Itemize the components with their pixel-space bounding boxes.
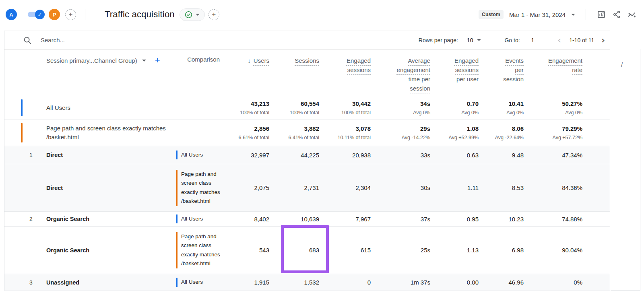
metric-value: 1.08 xyxy=(430,125,479,132)
metric-subvalue: 6.61% of total xyxy=(227,135,269,140)
table-row[interactable]: Organic Search Page path and screen clas… xyxy=(4,227,610,274)
metric-value: 2,856 xyxy=(227,125,269,132)
metric-value: 9.48 xyxy=(479,152,524,159)
chevron-down-icon xyxy=(196,14,200,16)
metric-subvalue: Avg +52.99% xyxy=(430,135,479,140)
pagination-range: 1-10 of 11 xyxy=(569,37,594,43)
row-index: 3 xyxy=(4,279,46,286)
add-report-button[interactable]: + xyxy=(208,9,219,20)
metric-value: 2,304 xyxy=(319,184,371,191)
add-dimension-icon[interactable]: + xyxy=(155,56,160,65)
pagination-controls: Rows per page: 10 Go to: 1 ‹ 1-10 of 11 … xyxy=(419,36,605,45)
metric-value: 25s xyxy=(371,247,430,254)
report-status-pill[interactable] xyxy=(180,8,205,21)
comparison-cell: All Users xyxy=(176,151,223,160)
column-header-events-per-session[interactable]: Events per session xyxy=(479,50,524,84)
metric-subvalue: 6.41% of total xyxy=(269,135,319,140)
customize-report-icon[interactable] xyxy=(597,10,606,19)
column-header-users[interactable]: ↓Users xyxy=(227,50,269,65)
rows-per-page-value[interactable]: 10 xyxy=(467,37,473,43)
goto-page-input[interactable]: 1 xyxy=(531,37,535,43)
toggle-knob-check-icon: ✓ xyxy=(35,10,45,19)
metric-subvalue: Avg +57.72% xyxy=(524,135,582,140)
comparison-cell: Page path and screen class exactly match… xyxy=(176,232,223,268)
dimension-selector[interactable]: Session primary...Channel Group) + xyxy=(4,50,176,65)
table-row[interactable]: 3 Unassigned All Users 1,915 1,532 0 1m … xyxy=(4,274,610,291)
summary-label: Page path and screen class exactly match… xyxy=(46,124,193,142)
search-input[interactable] xyxy=(41,37,210,43)
metric-value: 84.36% xyxy=(524,184,611,191)
chevron-down-icon[interactable] xyxy=(142,60,146,62)
chevron-down-icon[interactable] xyxy=(571,14,575,16)
metric-subvalue: Avg 0% xyxy=(479,110,524,116)
metric-value: 47.34% xyxy=(524,152,611,159)
chevron-down-icon[interactable] xyxy=(477,39,481,41)
metric-value: 1.11 xyxy=(430,184,479,191)
metric-value: 0.63 xyxy=(430,152,479,159)
metric-value: 0 xyxy=(319,279,371,286)
table-row[interactable]: Direct Page path and screen class exactl… xyxy=(4,164,610,212)
channel-label: Organic Search xyxy=(46,247,176,254)
comparison-cell: All Users xyxy=(176,214,223,224)
row-index: 1 xyxy=(4,152,46,158)
summary-row-page-path: Page path and screen class exactly match… xyxy=(4,120,610,146)
metric-value: 30,442 xyxy=(319,100,371,107)
metric-subvalue: 100% of total xyxy=(269,110,319,116)
app-header: A ✓ P + Traffic acquisition + Custom Mar… xyxy=(0,0,644,29)
row-index: 2 xyxy=(4,216,46,222)
metric-value: 32,997 xyxy=(227,152,269,159)
add-comparison-button[interactable]: + xyxy=(65,9,76,20)
metric-value: 37s xyxy=(371,216,430,223)
metric-value: 20,938 xyxy=(319,152,371,159)
metric-subvalue: 100% of total xyxy=(227,110,269,116)
metric-subvalue: Avg 0% xyxy=(430,110,479,116)
table-row[interactable]: 2 Organic Search All Users 8,402 10,639 … xyxy=(4,212,610,227)
plus-icon: + xyxy=(212,10,216,19)
column-header-engaged-sessions[interactable]: Engaged sessions xyxy=(319,50,371,74)
channel-label: Direct xyxy=(46,152,176,158)
next-page-icon[interactable]: › xyxy=(601,36,605,45)
metric-value: 50.27% xyxy=(524,100,582,107)
metric-value: 2,731 xyxy=(269,184,319,191)
summary-label: All Users xyxy=(46,103,70,112)
metric-value: 79.29% xyxy=(524,125,582,132)
metric-value: 10.23 xyxy=(479,216,524,223)
date-range-label[interactable]: Mar 1 - Mar 31, 2024 xyxy=(509,11,566,18)
metric-value: 615 xyxy=(319,247,371,254)
insights-icon[interactable] xyxy=(627,10,637,19)
column-header-engagement-rate[interactable]: Engagement rate xyxy=(524,50,611,74)
metric-value: 34s xyxy=(371,100,430,107)
column-header-sessions[interactable]: Sessions xyxy=(269,50,319,65)
comparison-toggle[interactable]: ✓ xyxy=(28,10,45,19)
divider xyxy=(85,9,85,20)
metric-value: 1,532 xyxy=(269,279,319,286)
column-header-avg-engagement-time[interactable]: Average engagement time per session xyxy=(371,50,430,93)
check-circle-icon xyxy=(185,11,192,19)
date-range-type-badge: Custom xyxy=(479,10,504,19)
metric-value: 74.88% xyxy=(524,216,611,223)
comparison-accent-bar xyxy=(21,123,23,142)
metric-value: 3,078 xyxy=(319,125,371,132)
comparison-cell: Page path and screen class exactly match… xyxy=(176,170,223,206)
column-header-engaged-sessions-per-user[interactable]: Engaged sessions per user xyxy=(430,50,479,84)
rows-per-page-label: Rows per page: xyxy=(419,37,458,43)
search-icon xyxy=(23,36,32,45)
share-icon[interactable] xyxy=(612,10,621,19)
metric-value: 543 xyxy=(227,247,269,254)
metric-value: 60,554 xyxy=(269,100,319,107)
avatar[interactable]: A xyxy=(6,9,17,20)
metric-subvalue: Avg -14.22% xyxy=(371,135,430,140)
metric-value: 0% xyxy=(524,279,611,286)
metric-value: 10.41 xyxy=(479,100,524,107)
metric-value: 8,402 xyxy=(227,216,269,223)
metric-subvalue: Avg 0% xyxy=(371,110,430,116)
metric-value: 30s xyxy=(371,184,430,191)
metric-value: 3,882 xyxy=(269,125,319,132)
table-row[interactable]: 1 Direct All Users 32,997 44,225 20,938 … xyxy=(4,146,610,164)
metric-value-highlighted: 683 xyxy=(269,247,319,254)
divider xyxy=(22,9,22,20)
sort-descending-icon: ↓ xyxy=(248,57,251,64)
plus-icon: + xyxy=(69,10,73,19)
previous-page-icon[interactable]: ‹ xyxy=(557,36,561,45)
property-badge[interactable]: P xyxy=(49,9,60,20)
